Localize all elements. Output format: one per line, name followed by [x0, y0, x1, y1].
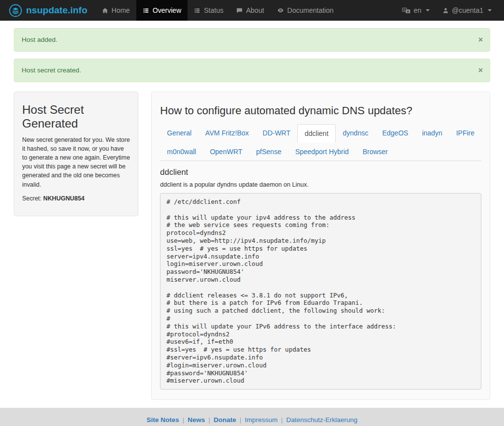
footer-link-site-notes[interactable]: Site Notes	[147, 416, 179, 424]
top-navbar: nsupdate.info Home Overview Status About…	[0, 0, 504, 21]
nav-item-home[interactable]: Home	[95, 0, 136, 21]
nav-item-about[interactable]: About	[230, 0, 271, 21]
brand-text: nsupdate.info	[26, 5, 88, 16]
tab-m0n0wall[interactable]: m0n0wall	[160, 143, 203, 161]
host-secret-panel: Host Secret Generated New secret generat…	[14, 92, 138, 216]
close-icon[interactable]: ×	[478, 36, 483, 44]
alert-host-added: Host added. ×	[14, 28, 490, 52]
alert-host-secret-created: Host secret created. ×	[14, 59, 490, 82]
section-intro: ddclient is a popular dyndns update daem…	[160, 181, 481, 188]
chevron-down-icon	[426, 9, 430, 11]
config-tabs: General AVM Fritz!Box DD-WRT ddclient dy…	[160, 124, 481, 161]
secret-line: Secret: NKHUGNU854	[22, 194, 130, 203]
footer-separator: |	[208, 416, 210, 424]
tab-dyndnsc[interactable]: dyndnsc	[336, 124, 375, 143]
howto-panel: How to configure automated dynamic DNS u…	[151, 92, 490, 400]
username: @cuenta1	[452, 6, 483, 14]
howto-title: How to configure automated dynamic DNS u…	[160, 104, 481, 117]
nav-label: Status	[204, 6, 223, 14]
list-icon	[194, 7, 200, 14]
tab-ipfire[interactable]: IPFire	[449, 124, 481, 143]
content-row: Host Secret Generated New secret generat…	[14, 92, 490, 400]
footer-link-datenschutz[interactable]: Datenschutz-Erklaerung	[286, 416, 358, 424]
nav-label: Home	[112, 6, 130, 14]
navbar-right: A en @cuenta1	[396, 0, 504, 21]
tab-pfsense[interactable]: pfSense	[249, 143, 288, 161]
tab-edgeos[interactable]: EdgeOS	[375, 124, 415, 143]
brand-link[interactable]: nsupdate.info	[7, 0, 95, 21]
ddclient-conf-code-block: # /etc/ddclient.conf # this will update …	[160, 193, 481, 390]
footer-separator: |	[183, 416, 185, 424]
chevron-down-icon	[488, 9, 492, 11]
nav-item-documentation[interactable]: Documentation	[271, 0, 340, 21]
tab-dd-wrt[interactable]: DD-WRT	[256, 124, 298, 143]
tab-general[interactable]: General	[160, 124, 198, 143]
tab-openwrt[interactable]: OpenWRT	[203, 143, 249, 161]
alert-text: Host secret created.	[22, 66, 81, 74]
language-icon: A	[402, 7, 410, 14]
user-dropdown[interactable]: @cuenta1	[436, 0, 498, 21]
footer-link-impressum[interactable]: Impressum	[245, 416, 278, 424]
svg-text:A: A	[404, 8, 406, 11]
nav-item-status[interactable]: Status	[188, 0, 230, 21]
alert-text: Host added.	[22, 36, 58, 43]
footer-link-news[interactable]: News	[188, 416, 205, 424]
home-icon	[102, 7, 108, 14]
nav-label: Documentation	[287, 6, 334, 14]
secret-value: NKHUGNU854	[43, 195, 85, 202]
tab-browser[interactable]: Browser	[356, 143, 395, 161]
tab-inadyn[interactable]: inadyn	[415, 124, 449, 143]
language-current: en	[413, 6, 421, 14]
footer-link-donate[interactable]: Donate	[214, 416, 236, 424]
comment-icon	[236, 7, 243, 14]
footer-separator: |	[281, 416, 283, 424]
tab-avm-fritzbox[interactable]: AVM Fritz!Box	[198, 124, 255, 143]
nav-label: About	[246, 6, 264, 14]
list-icon	[143, 7, 149, 14]
language-dropdown[interactable]: A en	[396, 0, 436, 21]
section-title: ddclient	[160, 167, 481, 177]
host-secret-title: Host Secret Generated	[22, 103, 130, 131]
nsupdate-logo-icon	[9, 4, 22, 17]
tab-ddclient[interactable]: ddclient	[297, 124, 336, 143]
host-secret-description: New secret generated for you. We store i…	[22, 135, 130, 189]
tab-row-2: m0n0wall OpenWRT pfSense Speedport Hybri…	[160, 143, 481, 161]
user-icon	[442, 7, 449, 14]
secret-label: Secret:	[22, 195, 43, 202]
eye-icon	[277, 7, 284, 14]
main-container: Host added. × Host secret created. × Hos…	[14, 28, 490, 400]
tab-speedport-hybrid[interactable]: Speedport Hybrid	[288, 143, 356, 161]
nav-item-overview[interactable]: Overview	[136, 0, 188, 21]
footer-separator: |	[240, 416, 242, 424]
tab-row-1: General AVM Fritz!Box DD-WRT ddclient dy…	[160, 124, 481, 143]
nav-label: Overview	[153, 6, 181, 14]
tab-content-ddclient: ddclient ddclient is a popular dyndns up…	[160, 167, 481, 390]
page-footer: Site Notes|News|Donate|Impressum|Datensc…	[0, 408, 504, 426]
close-icon[interactable]: ×	[478, 66, 483, 74]
